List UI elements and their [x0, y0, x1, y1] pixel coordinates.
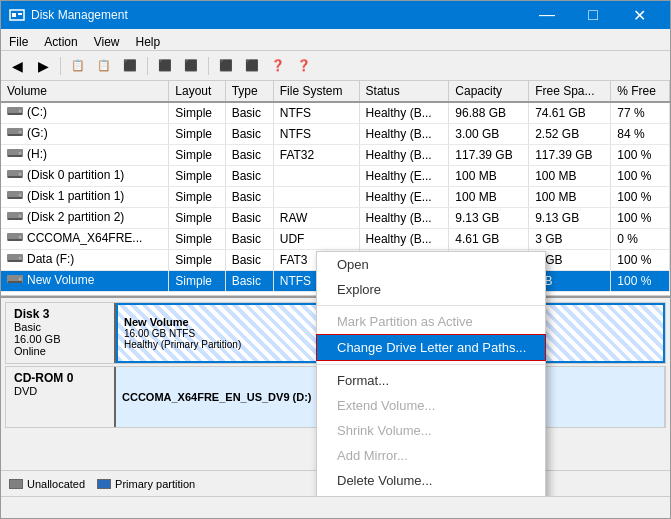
- cell-status: Healthy (E...: [359, 187, 449, 208]
- ctx-menu-item[interactable]: Delete Volume...: [317, 468, 545, 493]
- close-button[interactable]: ✕: [616, 1, 662, 29]
- disk-3-size: 16.00 GB: [14, 333, 106, 345]
- col-fs: File System: [273, 81, 359, 102]
- toolbar-btn6[interactable]: ⬛: [214, 54, 238, 78]
- cell-capacity: 4.61 GB: [449, 229, 529, 250]
- svg-point-8: [19, 131, 22, 134]
- menu-file[interactable]: File: [1, 31, 36, 48]
- cell-type: Basic: [225, 250, 273, 271]
- cell-volume: Data (F:): [1, 250, 169, 271]
- svg-rect-13: [8, 176, 22, 178]
- toolbar-btn7[interactable]: ⬛: [240, 54, 264, 78]
- cell-volume: (Disk 0 partition 1): [1, 166, 169, 187]
- toolbar-btn1[interactable]: 📋: [66, 54, 90, 78]
- toolbar-sep2: [147, 57, 148, 75]
- svg-rect-22: [8, 239, 22, 241]
- toolbar-forward[interactable]: ▶: [31, 54, 55, 78]
- table-row[interactable]: (C:) Simple Basic NTFS Healthy (B... 96.…: [1, 102, 670, 124]
- ctx-menu-item: Shrink Volume...: [317, 418, 545, 443]
- cell-fs: NTFS: [273, 124, 359, 145]
- svg-rect-1: [12, 13, 16, 17]
- cell-layout: Simple: [169, 166, 225, 187]
- svg-rect-19: [8, 218, 22, 220]
- cell-type: Basic: [225, 208, 273, 229]
- table-row[interactable]: CCCOMA_X64FRE... Simple Basic UDF Health…: [1, 229, 670, 250]
- legend-primary-label: Primary partition: [115, 478, 195, 490]
- cell-pct: 100 %: [611, 187, 670, 208]
- row-icon: (Disk 2 partition 2): [7, 210, 124, 224]
- row-icon: (H:): [7, 147, 47, 161]
- cell-fs: NTFS: [273, 102, 359, 124]
- context-menu: OpenExploreMark Partition as ActiveChang…: [316, 251, 546, 496]
- cell-layout: Simple: [169, 229, 225, 250]
- svg-point-29: [19, 278, 22, 281]
- svg-point-23: [19, 236, 22, 239]
- cell-layout: Simple: [169, 187, 225, 208]
- cdrom-label: CD-ROM 0 DVD: [6, 367, 116, 427]
- col-capacity: Capacity: [449, 81, 529, 102]
- disk-3-name: Disk 3: [14, 307, 106, 321]
- title-controls: — □ ✕: [524, 1, 662, 29]
- cell-type: Basic: [225, 124, 273, 145]
- toolbar-btn5[interactable]: ⬛: [179, 54, 203, 78]
- cell-capacity: 9.13 GB: [449, 208, 529, 229]
- cell-status: Healthy (B...: [359, 145, 449, 166]
- ctx-menu-item[interactable]: Explore: [317, 277, 545, 302]
- ctx-menu-item[interactable]: Open: [317, 252, 545, 277]
- cell-pct: 100 %: [611, 166, 670, 187]
- toolbar-back[interactable]: ◀: [5, 54, 29, 78]
- cell-volume: New Volume: [1, 271, 169, 292]
- row-icon: Data (F:): [7, 252, 74, 266]
- table-header-row: Volume Layout Type File System Status Ca…: [1, 81, 670, 102]
- col-status: Status: [359, 81, 449, 102]
- table-row[interactable]: (Disk 1 partition 1) Simple Basic Health…: [1, 187, 670, 208]
- cell-layout: Simple: [169, 145, 225, 166]
- row-icon: CCCOMA_X64FRE...: [7, 231, 142, 245]
- cell-capacity: 96.88 GB: [449, 102, 529, 124]
- cell-pct: 100 %: [611, 250, 670, 271]
- svg-rect-16: [8, 197, 22, 199]
- toolbar-btn2[interactable]: 📋: [92, 54, 116, 78]
- drive-icon: [7, 253, 23, 265]
- svg-point-26: [19, 257, 22, 260]
- table-row[interactable]: (H:) Simple Basic FAT32 Healthy (B... 11…: [1, 145, 670, 166]
- cell-status: Healthy (E...: [359, 166, 449, 187]
- ctx-menu-item[interactable]: Change Drive Letter and Paths...: [316, 334, 546, 361]
- menu-view[interactable]: View: [86, 31, 128, 48]
- window-title: Disk Management: [31, 8, 128, 22]
- toolbar-help2[interactable]: ❓: [292, 54, 316, 78]
- cell-free: 9.13 GB: [529, 208, 611, 229]
- table-row[interactable]: (G:) Simple Basic NTFS Healthy (B... 3.0…: [1, 124, 670, 145]
- legend-unalloc: Unallocated: [9, 478, 85, 490]
- table-row[interactable]: (Disk 0 partition 1) Simple Basic Health…: [1, 166, 670, 187]
- table-row[interactable]: (Disk 2 partition 2) Simple Basic RAW He…: [1, 208, 670, 229]
- cell-status: Healthy (B...: [359, 208, 449, 229]
- menu-help[interactable]: Help: [128, 31, 169, 48]
- minimize-button[interactable]: —: [524, 1, 570, 29]
- svg-rect-7: [8, 134, 22, 136]
- toolbar-help[interactable]: ❓: [266, 54, 290, 78]
- ctx-menu-item: Mark Partition as Active: [317, 309, 545, 334]
- cell-pct: 77 %: [611, 102, 670, 124]
- toolbar-sep3: [208, 57, 209, 75]
- cell-free: 3 GB: [529, 229, 611, 250]
- cell-free: 100 MB: [529, 187, 611, 208]
- toolbar-btn3[interactable]: ⬛: [118, 54, 142, 78]
- cell-pct: 0 %: [611, 229, 670, 250]
- ctx-menu-item[interactable]: Format...: [317, 368, 545, 393]
- cell-pct: 84 %: [611, 124, 670, 145]
- cell-layout: Simple: [169, 250, 225, 271]
- cell-fs: UDF: [273, 229, 359, 250]
- maximize-button[interactable]: □: [570, 1, 616, 29]
- row-icon: (C:): [7, 105, 47, 119]
- menu-action[interactable]: Action: [36, 31, 85, 48]
- ctx-menu-item: Extend Volume...: [317, 393, 545, 418]
- cell-volume: (H:): [1, 145, 169, 166]
- row-icon: (G:): [7, 126, 48, 140]
- title-bar: Disk Management — □ ✕: [1, 1, 670, 29]
- toolbar-btn4[interactable]: ⬛: [153, 54, 177, 78]
- cell-status: Healthy (B...: [359, 229, 449, 250]
- status-bar: [1, 496, 670, 518]
- drive-icon: [7, 169, 23, 181]
- cell-volume: (G:): [1, 124, 169, 145]
